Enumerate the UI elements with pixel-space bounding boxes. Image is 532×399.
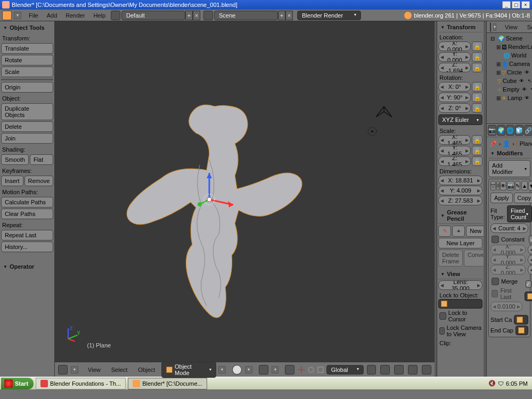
copy-button[interactable]: Copy [514,193,532,203]
lens-field[interactable]: ◀Lens: 35.000▶ [438,280,482,290]
render-tab[interactable]: 📷 [488,125,496,136]
back-to-previous-button[interactable] [111,11,120,20]
smooth-button[interactable]: Smooth [1,154,29,165]
breadcrumb-object[interactable]: Plane [520,140,532,147]
lock-rx-icon[interactable]: 🔓 [472,82,482,92]
viewport-editor-type[interactable] [58,365,68,375]
lock-rz-icon[interactable]: 🔓 [472,103,482,113]
translate-button[interactable]: Translate [1,43,53,54]
rel-y-field[interactable]: ◀0.000▶ [528,255,532,264]
const-z-field[interactable]: ◀Z: 0.000▶ [490,265,526,275]
flat-button[interactable]: Flat [30,154,54,165]
rotate-manip-icon[interactable] [307,366,315,373]
rotation-x-field[interactable]: ◀X: 0°▶ [438,82,471,92]
const-x-field[interactable]: ◀X: 0.000▶ [490,245,526,254]
menu-file[interactable]: File [24,12,43,19]
lock-y-icon[interactable]: 🔓 [472,52,482,62]
move-up-icon[interactable]: ▲ [521,181,528,190]
move-down-icon[interactable]: ▼ [528,181,532,190]
outliner-lamp[interactable]: ⊞☀Lamp👁↖📷 [488,94,531,102]
new-layer-button[interactable]: New Layer [438,238,482,248]
join-button[interactable]: Join [1,133,53,144]
outliner-search-menu[interactable]: Search [523,24,532,30]
menu-render[interactable]: Render [61,12,89,19]
layers-button-1[interactable] [367,365,377,375]
modifiers-panel-header[interactable]: ▼Modifiers [488,148,530,159]
outliner-circle[interactable]: ⊞▽Circle👁↖📷 [488,68,531,77]
scale-y-field[interactable]: ◀Y: 1.465▶ [438,146,471,155]
pivot-dropdown[interactable]: ▾ [272,366,279,373]
outliner-camera[interactable]: ⊞👤Camera👁↖📷 [488,60,531,68]
lock-sz-icon[interactable]: 🔓 [472,156,482,166]
view-panel-header[interactable]: ▼View [438,269,482,279]
shading-dropdown[interactable]: ▾ [245,366,252,373]
object-tools-header[interactable]: ▼Object Tools [1,22,53,33]
location-y-field[interactable]: ◀Y: 0.000▶ [438,52,471,62]
dim-x-field[interactable]: ◀X: 18.831▶ [438,176,482,185]
scale-button[interactable]: Scale [1,66,53,77]
breadcrumb-scene-icon[interactable]: 👤 [503,140,510,147]
operator-header[interactable]: ▼Operator [1,261,53,272]
history-button[interactable]: History... [1,242,53,252]
layers-button-2[interactable] [380,365,390,375]
outliner-view-menu[interactable]: View [501,24,522,30]
rel-z-field[interactable]: ◀0.000▶ [528,265,532,275]
location-x-field[interactable]: ◀X: 0.000▶ [438,41,471,51]
delete-frame-button[interactable]: Delete Frame [438,250,463,267]
fit-type-dropdown[interactable]: Fixed Count▾ [507,205,532,222]
remove-keyframe-button[interactable]: Remove [24,176,54,186]
maximize-button[interactable]: ▢ [512,1,520,9]
scene-field[interactable]: Scene [214,11,278,20]
lock-sy-icon[interactable]: 🔓 [472,146,482,155]
object-menu[interactable]: Object [134,367,159,373]
mod-render-icon[interactable]: 📷 [507,181,514,190]
world-tab[interactable]: 🌐 [506,125,514,136]
gp-new-button[interactable]: New [466,226,484,237]
expand-icon[interactable]: ▽ [490,181,496,190]
mod-edit-icon[interactable]: ✎ [515,181,520,190]
rotate-button[interactable]: Rotate [1,55,53,65]
taskbar-item-2[interactable]: Blender* [C:\Docume... [128,378,207,389]
clear-paths-button[interactable]: Clear Paths [1,209,53,219]
editor-type-dropdown[interactable]: ▾ [14,12,21,19]
merge-check[interactable]: Merge [490,277,522,286]
constraints-tab[interactable]: 🔗 [524,125,532,136]
delete-button[interactable]: Delete [1,121,53,132]
outliner-cube[interactable]: ▽Cube👁↖📷 [488,77,531,85]
end-cap-field[interactable] [515,326,528,335]
first-last-check[interactable]: First Last [490,286,522,301]
rel-x-field[interactable]: ◀0.000▶ [528,245,532,254]
orientation-dropdown[interactable]: Global▾ [326,365,364,375]
calculate-paths-button[interactable]: Calculate Paths [1,197,53,207]
taskbar-item-1[interactable]: Blender Foundations - Th... [36,378,126,389]
scene-browse-button[interactable] [203,11,213,20]
lock-cursor-check[interactable]: Lock to Cursor [438,309,482,323]
pivot-button[interactable] [259,365,268,375]
dim-z-field[interactable]: ◀Z: 27.583▶ [438,196,482,205]
rotation-z-field[interactable]: ◀Z: 0°▶ [438,103,471,113]
outliner-world[interactable]: 🌐World [488,51,531,60]
close-button[interactable]: × [521,1,530,9]
const-y-field[interactable]: ◀Y: 0.000▶ [490,255,526,264]
screen-layout-field[interactable]: Default [121,11,185,20]
insert-keyframe-button[interactable]: Insert [1,176,23,186]
repeat-last-button[interactable]: Repeat Last [1,230,53,240]
merge-dist-field[interactable]: ◀0.0100▶ [490,302,522,311]
mod-realtime-icon[interactable]: 👁 [500,181,506,190]
origin-button[interactable]: Origin [1,82,53,93]
object-tab[interactable]: 🧊 [515,125,523,136]
translate-manip-icon[interactable] [298,366,305,373]
menu-help[interactable]: Help [89,12,110,19]
outliner-scene[interactable]: ⊟🌍Scene [488,34,531,43]
lock-object-field[interactable] [438,299,482,309]
scene-add-button[interactable]: + [278,11,285,20]
viewport-editor-dropdown[interactable]: ▾ [71,366,78,373]
location-z-field[interactable]: ◀Z: -1.694▶ [438,63,471,72]
render-engine-dropdown[interactable]: Blender Render▾ [297,11,361,20]
dim-y-field[interactable]: ◀Y: 4.009▶ [438,186,482,195]
lock-ry-icon[interactable]: 🔓 [472,93,482,102]
object-offset-check[interactable]: ✓Object Of [525,277,532,292]
transform-panel-header[interactable]: ▼Transform [438,22,482,32]
lock-camera-check[interactable]: Lock Camera to View [438,323,482,338]
viewport-canvas[interactable]: z y (1) Plane [55,21,434,362]
